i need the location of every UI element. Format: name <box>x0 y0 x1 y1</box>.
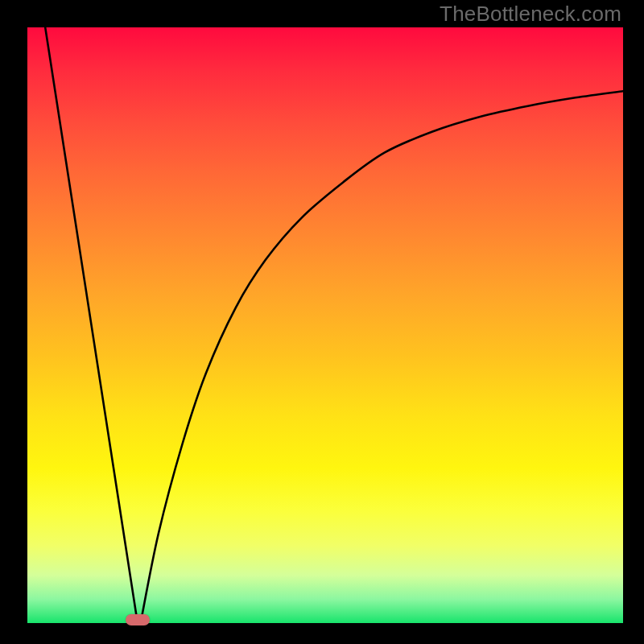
plot-area <box>27 27 623 623</box>
bottleneck-point-marker <box>126 614 150 625</box>
watermark-text: TheBottleneck.com <box>440 2 621 27</box>
curve-layer <box>27 27 623 623</box>
chart-frame: TheBottleneck.com <box>0 0 644 644</box>
curve-path <box>45 27 623 623</box>
